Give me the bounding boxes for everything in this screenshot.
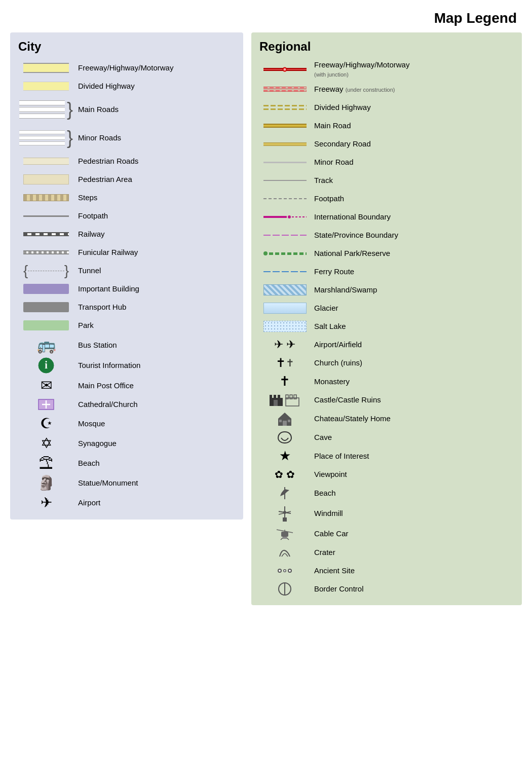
reg-cave-label: Cave bbox=[310, 433, 332, 442]
svg-point-23 bbox=[283, 511, 286, 514]
svg-rect-24 bbox=[283, 517, 287, 522]
list-item: ✝ Monastery bbox=[259, 372, 514, 391]
reg-castle-label: Castle/Castle Ruins bbox=[310, 395, 381, 404]
footpath-label: Footpath bbox=[74, 211, 108, 220]
main-roads-label: Main Roads bbox=[74, 105, 119, 114]
pedestrian-area-symbol bbox=[18, 174, 74, 184]
reg-cable-car-symbol bbox=[259, 526, 310, 542]
reg-mainroad-label: Main Road bbox=[310, 121, 351, 130]
svg-rect-16 bbox=[283, 421, 287, 426]
bus-station-symbol: 🚌 bbox=[18, 336, 74, 354]
reg-marsh-symbol bbox=[259, 284, 310, 295]
svg-text:i: i bbox=[45, 359, 48, 371]
reg-freeway-construction-symbol bbox=[259, 87, 310, 92]
list-item: National Park/Reserve bbox=[259, 244, 514, 263]
list-item: Secondary Road bbox=[259, 135, 514, 153]
reg-salt-lake-label: Salt Lake bbox=[310, 322, 346, 331]
reg-intl-symbol bbox=[259, 215, 310, 218]
reg-freeway-label: Freeway/Highway/Motorway(with junction) bbox=[310, 60, 409, 79]
park-label: Park bbox=[74, 321, 94, 330]
reg-border-control-symbol bbox=[259, 582, 310, 596]
list-item: ⛱ Beach bbox=[18, 453, 235, 473]
list-item: Footpath bbox=[18, 207, 235, 225]
steps-symbol bbox=[18, 194, 74, 201]
svg-point-36 bbox=[289, 570, 291, 572]
tunnel-symbol: { } bbox=[18, 264, 74, 278]
list-item: Beach bbox=[259, 484, 514, 503]
list-item: Ferry Route bbox=[259, 263, 514, 281]
mosque-symbol: ☪ bbox=[18, 415, 74, 432]
tourist-info-symbol: i bbox=[18, 357, 74, 374]
list-item: Pedestrian Area bbox=[18, 170, 235, 189]
reg-track-label: Track bbox=[310, 176, 333, 185]
list-item: Border Control bbox=[259, 580, 514, 598]
freeway-label: Freeway/Highway/Motorway bbox=[74, 63, 173, 72]
reg-state-label: State/Province Boundary bbox=[310, 231, 398, 240]
list-item: ★ Place of Interest bbox=[259, 447, 514, 465]
svg-rect-7 bbox=[274, 395, 276, 399]
reg-footpath-symbol bbox=[259, 198, 310, 199]
airport-city-symbol: ✈ bbox=[18, 494, 74, 511]
list-item: Steps bbox=[18, 189, 235, 207]
list-item: Ancient Site bbox=[259, 562, 514, 580]
main-roads-symbol: } bbox=[18, 100, 74, 119]
reg-state-symbol bbox=[259, 235, 310, 236]
reg-secondary-label: Secondary Road bbox=[310, 139, 371, 149]
list-item: { } Tunnel bbox=[18, 262, 235, 280]
reg-viewpoint-label: Viewpoint bbox=[310, 470, 347, 479]
list-item: Cathedral/Church bbox=[18, 395, 235, 414]
footpath-symbol bbox=[18, 215, 74, 217]
list-item: Divided Highway bbox=[259, 98, 514, 117]
list-item: Important Building bbox=[18, 280, 235, 298]
pedestrian-roads-label: Pedestrian Roads bbox=[74, 157, 138, 166]
tourist-info-label: Tourist Information bbox=[74, 361, 140, 370]
divided-highway-label: Divided Highway bbox=[74, 82, 135, 91]
reg-crater-symbol bbox=[259, 545, 310, 560]
svg-point-32 bbox=[279, 570, 281, 572]
list-item: Windmill bbox=[259, 503, 514, 524]
reg-track-symbol bbox=[259, 180, 310, 181]
funicular-label: Funicular Railway bbox=[74, 248, 138, 257]
airport-city-label: Airport bbox=[74, 498, 100, 507]
list-item: Funicular Railway bbox=[18, 243, 235, 262]
reg-glacier-label: Glacier bbox=[310, 304, 338, 313]
list-item: Freeway (under construction) bbox=[259, 80, 514, 98]
list-item: Chateau/Stately Home bbox=[259, 409, 514, 428]
reg-ferry-symbol bbox=[259, 271, 310, 272]
post-office-label: Main Post Office bbox=[74, 381, 134, 390]
svg-rect-11 bbox=[286, 395, 288, 399]
svg-rect-26 bbox=[281, 532, 288, 537]
list-item: } Main Roads bbox=[18, 95, 235, 124]
regional-heading: Regional bbox=[259, 40, 514, 54]
list-item: 🗿 Statue/Monument bbox=[18, 473, 235, 493]
freeway-symbol bbox=[18, 63, 74, 73]
reg-divided-symbol bbox=[259, 105, 310, 110]
list-item: Freeway/Highway/Motorway(with junction) bbox=[259, 59, 514, 80]
reg-mainroad-symbol bbox=[259, 124, 310, 128]
reg-beach-symbol bbox=[259, 485, 310, 501]
list-item: Glacier bbox=[259, 299, 514, 317]
list-item: Cable Car bbox=[259, 524, 514, 543]
list-item: Crater bbox=[259, 543, 514, 562]
list-item: International Boundary bbox=[259, 208, 514, 226]
beach-city-label: Beach bbox=[74, 459, 100, 468]
post-office-symbol: ✉ bbox=[18, 377, 74, 394]
svg-rect-18 bbox=[288, 420, 290, 422]
reg-church-symbol: ✝ ✝ bbox=[259, 356, 310, 370]
list-item: ✝ ✝ Church (ruins) bbox=[259, 354, 514, 372]
city-panel: City Freeway/Highway/Motorway Divided Hi… bbox=[10, 32, 243, 520]
svg-marker-15 bbox=[278, 413, 291, 419]
reg-glacier-symbol bbox=[259, 303, 310, 314]
svg-point-34 bbox=[284, 570, 286, 572]
list-item: Park bbox=[18, 316, 235, 335]
list-item: Main Road bbox=[259, 117, 514, 135]
svg-line-29 bbox=[281, 538, 283, 540]
reg-ancient-site-label: Ancient Site bbox=[310, 566, 355, 575]
svg-rect-8 bbox=[278, 395, 280, 399]
list-item: ✿ ✿ Viewpoint bbox=[259, 465, 514, 484]
reg-chateau-label: Chateau/Stately Home bbox=[310, 414, 391, 423]
minor-roads-symbol: } bbox=[18, 129, 74, 147]
reg-freeway-construction-label: Freeway (under construction) bbox=[310, 85, 395, 94]
reg-cable-car-label: Cable Car bbox=[310, 529, 349, 538]
list-item: Divided Highway bbox=[18, 77, 235, 95]
